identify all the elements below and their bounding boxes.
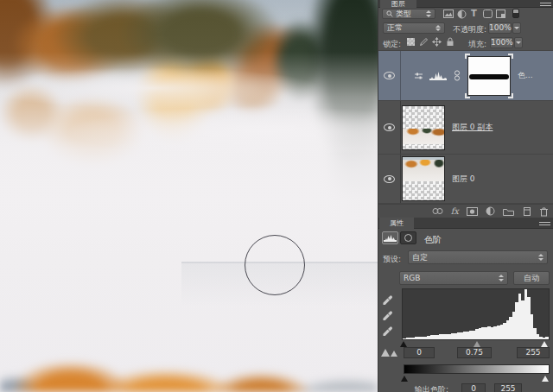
photoshop-workspace: 图层 类型 T 正常 不透明度: 100% — [0, 0, 553, 392]
eye-icon[interactable] — [384, 175, 395, 183]
lock-pixels-brush-icon[interactable] — [419, 37, 429, 47]
brush-cursor[interactable] — [245, 235, 305, 295]
white-point-eyedropper-icon[interactable] — [382, 323, 395, 336]
add-layer-mask-icon[interactable] — [467, 207, 478, 216]
filter-adjustment-layers-icon[interactable] — [457, 9, 467, 19]
preset-select[interactable]: 自定 — [408, 250, 548, 264]
levels-histogram — [402, 288, 550, 340]
auto-button[interactable]: 自动 — [513, 271, 550, 285]
link-layers-icon[interactable] — [432, 207, 443, 215]
levels-histogram-bars — [403, 289, 549, 339]
eye-icon[interactable] — [384, 123, 395, 131]
lock-position-icon[interactable] — [432, 37, 442, 47]
input-highlight-value[interactable]: 255 — [517, 347, 550, 358]
fill-label: 填充: — [468, 39, 486, 50]
channel-value: RGB — [404, 274, 496, 282]
visibility-gutter[interactable] — [378, 51, 401, 100]
new-adjustment-layer-icon[interactable] — [486, 206, 495, 216]
layer-filter-type-select[interactable]: 类型 — [382, 9, 435, 19]
levels-histogram-button[interactable] — [382, 231, 398, 244]
filter-shape-layers-icon[interactable] — [483, 9, 493, 18]
preset-value: 自定 — [412, 252, 536, 263]
output-shadow-value[interactable]: 0 — [461, 383, 486, 392]
search-icon — [386, 10, 393, 17]
layers-panel-menu-icon[interactable] — [540, 1, 551, 8]
chevron-updown-icon — [538, 254, 543, 261]
tab-layers[interactable]: 图层 — [380, 0, 416, 8]
mask-properties-button[interactable] — [400, 231, 416, 244]
layer-row-layer0-copy[interactable]: 图层 0 副本 — [378, 100, 553, 154]
shadow-input-slider[interactable] — [400, 341, 407, 347]
lock-all-padlock-icon[interactable] — [446, 37, 454, 47]
adjustment-title: 色阶 — [424, 234, 442, 246]
opacity-label: 不透明度: — [453, 24, 486, 35]
visibility-gutter[interactable] — [378, 155, 401, 203]
layer-row-levels[interactable]: 色... — [378, 50, 553, 100]
layer-filter-type-label: 类型 — [396, 9, 423, 20]
mask-link-icon[interactable] — [454, 70, 461, 81]
properties-panel-menu-icon[interactable] — [539, 220, 550, 227]
layer-style-fx-icon[interactable]: fx — [451, 207, 459, 216]
input-midtone-value[interactable]: 0.75 — [457, 347, 492, 358]
blend-mode-select[interactable]: 正常 — [383, 22, 445, 34]
opacity-dropdown-button[interactable] — [512, 22, 521, 34]
layers-toolbar: fx — [378, 204, 553, 218]
layer-mask-thumbnail[interactable] — [467, 56, 511, 96]
lock-label: 锁定: — [383, 39, 401, 50]
photo-reflections — [0, 0, 378, 392]
input-shadow-value[interactable]: 0 — [404, 347, 435, 358]
highlight-input-slider[interactable] — [541, 341, 548, 347]
fill-dropdown-button[interactable] — [514, 37, 523, 48]
new-group-folder-icon[interactable] — [503, 207, 514, 216]
fill-value[interactable]: 100% — [490, 37, 513, 48]
output-shadow-slider[interactable] — [401, 376, 408, 382]
lock-transparency-icon[interactable] — [407, 38, 415, 46]
gray-point-eyedropper-icon[interactable] — [382, 307, 395, 320]
preset-label: 预设: — [383, 254, 401, 265]
opacity-value[interactable]: 100% — [488, 22, 512, 34]
document-canvas[interactable] — [0, 0, 378, 392]
filter-pixel-layers-icon[interactable] — [443, 9, 454, 18]
output-highlight-slider[interactable] — [542, 376, 549, 382]
tab-properties[interactable]: 属性 — [379, 218, 414, 229]
chevron-updown-icon — [435, 25, 441, 32]
layer-filter-toggle-switch[interactable] — [512, 9, 519, 18]
adjustment-sliders-icon — [415, 73, 423, 79]
eye-icon[interactable] — [384, 72, 395, 79]
layer-name[interactable]: 图层 0 — [452, 174, 475, 185]
output-levels-gradient — [404, 364, 550, 374]
chevron-updown-icon — [426, 10, 431, 17]
filter-type-layers-icon[interactable]: T — [471, 9, 477, 18]
layer-thumbnail[interactable] — [402, 105, 445, 150]
layer-name[interactable]: 图层 0 副本 — [452, 122, 493, 133]
visibility-gutter[interactable] — [378, 101, 401, 154]
levels-adjustment-icon — [429, 71, 447, 80]
histogram-mountains-icon — [381, 349, 397, 357]
filter-smart-object-icon[interactable] — [496, 9, 505, 18]
blend-mode-value: 正常 — [387, 22, 433, 34]
layer-thumbnail[interactable] — [402, 156, 445, 201]
chevron-updown-icon — [499, 275, 504, 281]
new-layer-icon[interactable] — [522, 206, 531, 217]
layer-name[interactable]: 色... — [518, 70, 533, 81]
midtone-input-slider[interactable] — [474, 341, 480, 347]
black-point-eyedropper-icon[interactable] — [382, 292, 395, 305]
output-highlight-value[interactable]: 255 — [494, 383, 522, 392]
channel-select[interactable]: RGB — [399, 271, 508, 285]
delete-layer-trash-icon[interactable] — [539, 206, 549, 217]
output-levels-label: 输出色阶: — [415, 384, 448, 392]
right-panel: 图层 类型 T 正常 不透明度: 100% — [378, 0, 553, 392]
layer-row-layer0[interactable]: 图层 0 — [378, 154, 553, 204]
